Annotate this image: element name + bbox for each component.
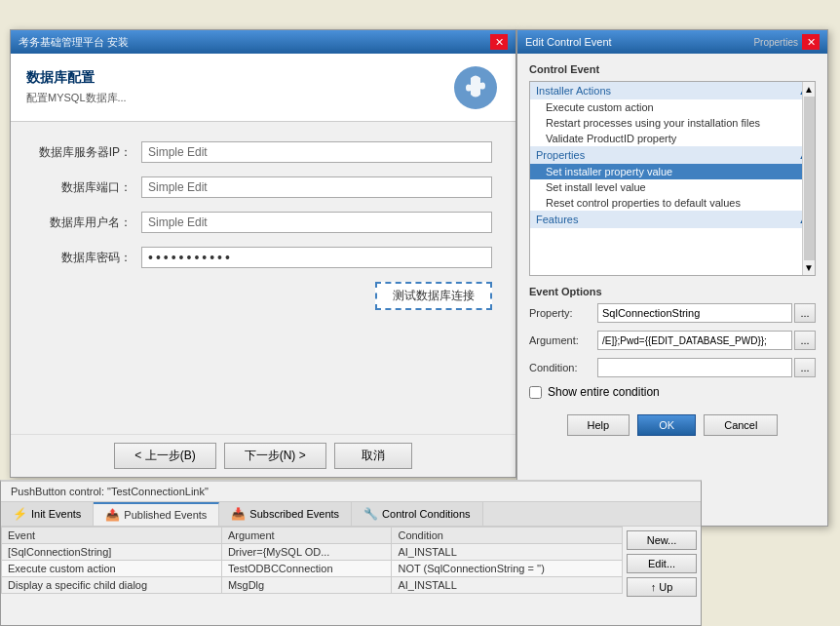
tabs-bar: ⚡ Init Events 📤 Published Events 📥 Subsc… [1, 502, 701, 527]
username-label: 数据库用户名： [34, 215, 132, 231]
event-options-section: Event Options Property: ... Argument: ..… [529, 286, 816, 399]
port-label: 数据库端口： [34, 179, 132, 196]
edit-btn[interactable]: Edit... [627, 554, 697, 573]
dialog-window: Edit Control Event Properties ✕ Control … [516, 29, 828, 527]
dialog-cancel-btn[interactable]: Cancel [704, 414, 778, 436]
table-row[interactable]: [SqlConnectionString]Driver={MySQL OD...… [2, 544, 623, 561]
init-events-icon: ⚡ [13, 507, 27, 521]
condition-label: Condition: [529, 362, 597, 373]
control-conditions-icon: 🔧 [363, 507, 378, 521]
username-input[interactable] [141, 212, 492, 233]
installer-footer: < 上一步(B) 下一步(N) > 取消 [11, 434, 515, 477]
status-bar: PushButton control: "TestConnectionLink" [1, 482, 701, 502]
dialog-close-btn[interactable]: ✕ [802, 34, 820, 50]
tab-published-events[interactable]: 📤 Published Events [94, 502, 219, 526]
tab-published-events-label: Published Events [124, 509, 207, 521]
cell-argument: Driver={MySQL OD... [221, 544, 392, 561]
up-btn[interactable]: ↑ Up [627, 577, 697, 597]
table-sidebar: New... Edit... ↑ Up [623, 527, 701, 614]
cell-event: Display a specific child dialog [2, 577, 222, 594]
password-input[interactable] [141, 247, 492, 268]
cell-condition: NOT (SqlConnectionString = '') [392, 561, 623, 577]
puzzle-logo-icon [451, 63, 500, 112]
property-browse-btn[interactable]: ... [794, 303, 816, 323]
scroll-up-icon[interactable]: ▲ [804, 84, 814, 95]
cell-condition: AI_INSTALL [392, 577, 623, 594]
events-table: Event Argument Condition [SqlConnectionS… [1, 527, 623, 614]
tab-subscribed-events[interactable]: 📥 Subscribed Events [219, 502, 352, 526]
condition-browse-btn[interactable]: ... [794, 358, 816, 377]
dialog-body: Control Event Installer Actions ▲ Execut… [517, 54, 827, 446]
col-argument: Argument [221, 528, 392, 544]
scroll-down-icon[interactable]: ▼ [804, 262, 814, 273]
tree-group-features[interactable]: Features ▲ [530, 211, 815, 228]
property-row: Property: ... [529, 303, 816, 323]
server-ip-row: 数据库服务器IP： [34, 141, 492, 163]
col-event: Event [2, 528, 222, 544]
tree-item-set-property[interactable]: Set installer property value [530, 164, 815, 179]
property-input[interactable] [597, 303, 792, 323]
tree-item-restart-processes[interactable]: Restart processes using your installatio… [530, 115, 815, 131]
status-text: PushButton control: "TestConnectionLink" [11, 486, 209, 497]
password-row: 数据库密码： [34, 247, 492, 268]
condition-row: Condition: ... [529, 358, 816, 377]
tree-item-execute-custom[interactable]: Execute custom action [530, 99, 815, 115]
dialog-subtitle: Properties [753, 37, 798, 48]
ok-btn[interactable]: OK [637, 414, 696, 436]
test-btn-container: 测试数据库连接 [34, 282, 492, 310]
installer-header-title: 数据库配置 [26, 69, 127, 87]
tab-control-conditions[interactable]: 🔧 Control Conditions [352, 502, 483, 526]
tree-group-installer-actions[interactable]: Installer Actions ▲ [530, 82, 815, 99]
test-connection-btn[interactable]: 测试数据库连接 [375, 282, 492, 310]
argument-browse-btn[interactable]: ... [794, 331, 816, 350]
control-event-section-title: Control Event [529, 63, 816, 75]
dialog-title: Edit Control Event [525, 36, 612, 48]
port-row: 数据库端口： [34, 176, 492, 198]
tab-subscribed-events-label: Subscribed Events [249, 508, 339, 520]
cell-event: Execute custom action [2, 561, 222, 577]
tree-item-reset-control[interactable]: Reset control properties to default valu… [530, 195, 815, 211]
installer-titlebar: 考务基础管理平台 安装 ✕ [11, 30, 515, 54]
port-input[interactable] [141, 176, 492, 198]
table-container: Event Argument Condition [SqlConnectionS… [1, 527, 701, 614]
bottom-panel: PushButton control: "TestConnectionLink"… [0, 480, 702, 626]
tab-control-conditions-label: Control Conditions [382, 508, 471, 520]
condition-input[interactable] [597, 358, 792, 377]
tree-item-validate-product[interactable]: Validate ProductID property [530, 131, 815, 146]
argument-input[interactable] [597, 331, 792, 350]
table-row[interactable]: Display a specific child dialogMsgDlgAI_… [2, 577, 623, 594]
installer-header-subtitle: 配置MYSQL数据库... [26, 91, 127, 105]
cancel-btn[interactable]: 取消 [334, 443, 412, 469]
installer-title: 考务基础管理平台 安装 [19, 35, 129, 50]
cell-condition: AI_INSTALL [392, 544, 623, 561]
event-options-title: Event Options [529, 286, 816, 297]
tree-item-set-install-level[interactable]: Set install level value [530, 179, 815, 195]
installer-header-text: 数据库配置 配置MYSQL数据库... [26, 69, 127, 105]
installer-window: 考务基础管理平台 安装 ✕ 数据库配置 配置MYSQL数据库... 数据库服务器… [10, 29, 516, 478]
subscribed-events-icon: 📥 [231, 507, 246, 521]
next-btn[interactable]: 下一步(N) > [224, 443, 326, 469]
installer-body: 数据库服务器IP： 数据库端口： 数据库用户名： 数据库密码： 测试数据库连接 [11, 122, 515, 339]
help-btn[interactable]: Help [567, 414, 630, 436]
published-events-icon: 📤 [105, 508, 120, 522]
tree-group-properties[interactable]: Properties ▲ [530, 146, 815, 164]
show-condition-checkbox[interactable] [529, 386, 542, 399]
argument-label: Argument: [529, 334, 597, 346]
server-ip-input[interactable] [141, 141, 492, 163]
new-btn[interactable]: New... [627, 530, 697, 550]
password-label: 数据库密码： [34, 250, 132, 266]
dialog-action-row: Help OK Cancel [529, 414, 816, 436]
tree-item-features-placeholder[interactable] [530, 228, 815, 248]
username-row: 数据库用户名： [34, 212, 492, 233]
prev-btn[interactable]: < 上一步(B) [114, 443, 215, 469]
show-condition-row: Show entire condition [529, 385, 816, 399]
tab-init-events[interactable]: ⚡ Init Events [1, 502, 94, 526]
dialog-titlebar: Edit Control Event Properties ✕ [517, 30, 827, 54]
cell-argument: MsgDlg [221, 577, 392, 594]
show-condition-label: Show entire condition [548, 385, 660, 399]
tree-scrollbar[interactable]: ▲ ▼ [802, 82, 815, 275]
installer-close-btn[interactable]: ✕ [490, 34, 508, 50]
server-ip-label: 数据库服务器IP： [34, 144, 132, 161]
installer-header: 数据库配置 配置MYSQL数据库... [11, 54, 515, 122]
table-row[interactable]: Execute custom actionTestODBCConnectionN… [2, 561, 623, 577]
